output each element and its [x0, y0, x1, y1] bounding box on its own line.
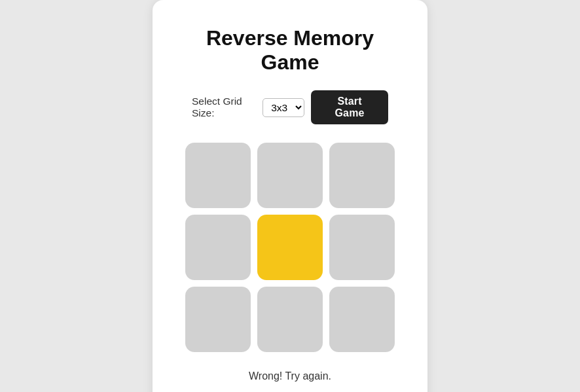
grid-cell[interactable]	[185, 287, 251, 352]
game-container: Reverse Memory Game Select Grid Size: 3x…	[153, 0, 427, 392]
grid-size-label: Select Grid Size:	[192, 96, 256, 119]
game-title: Reverse Memory Game	[192, 26, 388, 75]
grid-cell[interactable]	[329, 287, 395, 352]
status-message: Wrong! Try again.	[249, 370, 331, 382]
grid-cell[interactable]	[185, 143, 251, 208]
grid-cell[interactable]	[185, 215, 251, 280]
start-game-button[interactable]: Start Game	[311, 90, 388, 124]
grid-size-select[interactable]: 3x3 4x4 5x5	[263, 98, 304, 117]
controls-row: Select Grid Size: 3x3 4x4 5x5 Start Game	[192, 90, 388, 124]
grid-cell[interactable]	[257, 143, 323, 208]
grid-cell[interactable]	[329, 143, 395, 208]
grid-cell[interactable]	[257, 287, 323, 352]
grid-cell[interactable]	[257, 215, 323, 280]
game-grid	[185, 143, 395, 352]
grid-cell[interactable]	[329, 215, 395, 280]
